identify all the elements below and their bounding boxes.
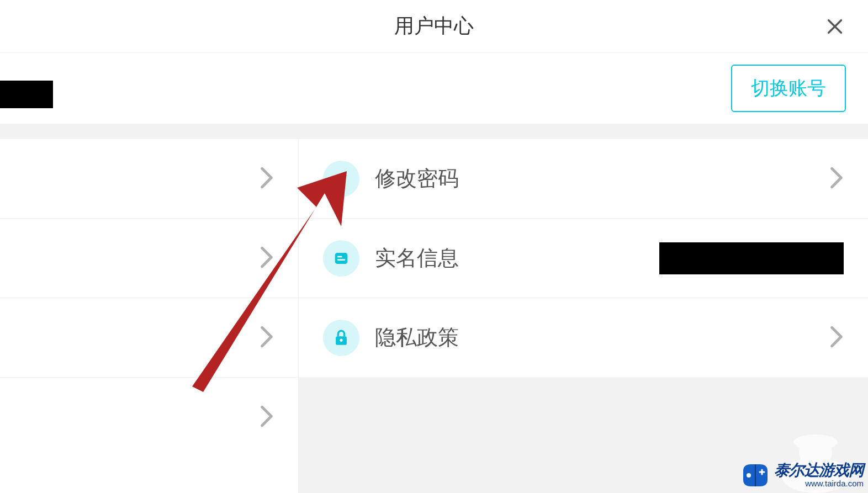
watermark-title: 泰尔达游戏网 <box>774 462 864 479</box>
chevron-right-icon <box>260 326 274 350</box>
header: 用户中心 <box>0 0 868 53</box>
watermark: 泰尔达游戏网 www.tairda.com <box>740 460 864 491</box>
watermark-text: 泰尔达游戏网 www.tairda.com <box>774 462 864 488</box>
lock-icon <box>323 320 359 356</box>
real-name-redacted <box>659 242 844 274</box>
svg-point-4 <box>340 338 342 341</box>
left-row-4[interactable] <box>0 378 298 457</box>
page-title: 用户中心 <box>394 13 474 40</box>
id-card-icon <box>323 240 359 277</box>
right-column: 修改密码 实名信息 隐私政策 <box>298 139 868 493</box>
watermark-url: www.tairda.com <box>805 479 864 489</box>
svg-point-8 <box>747 473 751 478</box>
left-row-1[interactable] <box>0 139 298 219</box>
account-bar: 切换账号 <box>0 53 868 124</box>
content-area: 修改密码 实名信息 隐私政策 <box>0 139 868 493</box>
chevron-right-icon <box>260 167 274 191</box>
svg-rect-1 <box>337 256 342 257</box>
menu-privacy-policy[interactable]: 隐私政策 <box>299 298 868 378</box>
account-redacted <box>0 81 53 108</box>
menu-change-password[interactable]: 修改密码 <box>299 139 868 219</box>
left-row-2[interactable] <box>0 219 298 298</box>
menu-label: 修改密码 <box>375 165 459 193</box>
close-button[interactable] <box>824 15 846 38</box>
svg-point-7 <box>793 434 838 450</box>
chevron-right-icon <box>260 405 274 430</box>
chevron-right-icon <box>829 167 844 191</box>
menu-real-name-info[interactable]: 实名信息 <box>299 219 868 298</box>
menu-label: 隐私政策 <box>375 324 459 352</box>
chevron-right-icon <box>829 326 844 350</box>
close-icon <box>825 17 844 36</box>
section-divider <box>0 124 868 139</box>
switch-account-button[interactable]: 切换账号 <box>731 65 846 112</box>
watermark-logo-icon <box>740 460 771 491</box>
menu-label: 实名信息 <box>375 244 459 272</box>
left-row-3[interactable] <box>0 298 298 378</box>
edit-icon <box>323 161 359 197</box>
svg-rect-2 <box>337 259 345 261</box>
svg-rect-0 <box>335 253 348 264</box>
left-column <box>0 139 298 493</box>
chevron-right-icon <box>260 246 274 271</box>
